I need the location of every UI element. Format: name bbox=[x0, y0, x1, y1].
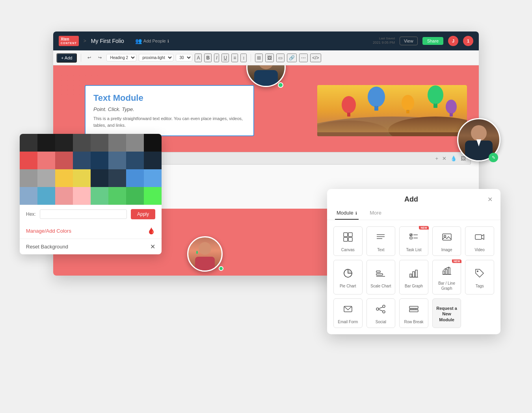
swatch-7[interactable] bbox=[126, 134, 144, 152]
svg-rect-22 bbox=[348, 237, 352, 241]
size-select[interactable]: 30 bbox=[176, 54, 192, 61]
add-button[interactable]: + Add bbox=[56, 53, 77, 63]
swatch-24[interactable] bbox=[144, 169, 162, 187]
swatch-28[interactable] bbox=[73, 187, 91, 205]
video-button[interactable]: ▭ bbox=[276, 54, 285, 62]
swatch-17[interactable] bbox=[20, 169, 37, 187]
add-people-button[interactable]: 👥 Add People ℹ bbox=[135, 38, 169, 44]
module-tags[interactable]: Tags bbox=[465, 260, 494, 294]
bar-line-graph-label: Bar / LineGraph bbox=[438, 281, 455, 291]
share-button[interactable]: Share bbox=[422, 37, 443, 45]
swatch-29[interactable] bbox=[91, 187, 108, 205]
tab-module[interactable]: Module ℹ bbox=[335, 207, 359, 220]
reset-row[interactable]: Reset Background ✕ bbox=[20, 239, 162, 254]
module-scale-chart[interactable]: Scale Chart bbox=[366, 260, 396, 294]
link-button[interactable]: 🔗 bbox=[287, 54, 297, 62]
more-button[interactable]: ⋯ bbox=[299, 54, 308, 62]
manage-colors-label: Manage/Add Colors bbox=[26, 228, 144, 234]
swatch-1[interactable] bbox=[20, 134, 37, 152]
align-button[interactable]: ≡ bbox=[231, 54, 238, 62]
svg-point-6 bbox=[368, 87, 385, 107]
swatch-2[interactable] bbox=[37, 134, 55, 152]
swatch-31[interactable] bbox=[126, 187, 144, 205]
svg-line-50 bbox=[379, 307, 383, 309]
swatch-25[interactable] bbox=[20, 187, 37, 205]
video-label: Video bbox=[474, 247, 484, 252]
module-task-list[interactable]: NEW Task List bbox=[399, 226, 428, 256]
swatch-4[interactable] bbox=[73, 134, 91, 152]
image-button[interactable]: 🖼 bbox=[265, 54, 274, 62]
hex-input[interactable] bbox=[40, 209, 127, 219]
undo-button[interactable]: ↩ bbox=[85, 54, 93, 61]
section-bar-droplet[interactable]: 💧 bbox=[450, 156, 457, 161]
swatch-26[interactable] bbox=[37, 187, 55, 205]
italic-button[interactable]: I bbox=[214, 54, 219, 62]
swatch-20[interactable] bbox=[73, 169, 91, 187]
module-social[interactable]: Social bbox=[366, 298, 396, 328]
module-bar-line-graph[interactable]: NEW Bar / LineGraph bbox=[432, 260, 461, 294]
social-icon bbox=[375, 304, 386, 317]
module-bar-graph[interactable]: Bar Graph bbox=[399, 260, 428, 294]
swatch-18[interactable] bbox=[37, 169, 55, 187]
view-button[interactable]: View bbox=[400, 37, 418, 45]
module-row-break[interactable]: Row Break bbox=[399, 298, 428, 328]
swatch-9[interactable] bbox=[20, 152, 37, 169]
swatch-14[interactable] bbox=[108, 152, 126, 169]
manage-colors-row[interactable]: Manage/Add Colors 🩸 bbox=[20, 223, 162, 239]
swatch-11[interactable] bbox=[55, 152, 73, 169]
text-color-button[interactable]: A bbox=[195, 54, 202, 62]
swatch-22[interactable] bbox=[108, 169, 126, 187]
swatch-19[interactable] bbox=[55, 169, 73, 187]
tab-more[interactable]: More bbox=[368, 207, 383, 220]
module-pie-chart[interactable]: Pie Chart bbox=[333, 260, 363, 294]
swatch-15[interactable] bbox=[126, 152, 144, 169]
new-badge-task: NEW bbox=[419, 226, 428, 230]
svg-point-48 bbox=[383, 305, 385, 307]
scale-chart-icon bbox=[375, 268, 386, 281]
swatch-10[interactable] bbox=[37, 152, 55, 169]
swatch-30[interactable] bbox=[108, 187, 126, 205]
module-video[interactable]: Video bbox=[465, 226, 494, 256]
line-height-button[interactable]: ↕ bbox=[240, 54, 247, 62]
text-module-card: Text Module Point. Click. Type. This is … bbox=[85, 85, 254, 136]
panel-close-button[interactable]: ✕ bbox=[487, 196, 493, 203]
swatch-23[interactable] bbox=[126, 169, 144, 187]
swatch-3[interactable] bbox=[55, 134, 73, 152]
color-picker-panel: Hex: Apply Manage/Add Colors 🩸 Reset Bac… bbox=[20, 134, 162, 254]
apply-button[interactable]: Apply bbox=[131, 209, 155, 219]
swatch-13[interactable] bbox=[91, 152, 108, 169]
module-request[interactable]: Request aNew Module bbox=[432, 298, 461, 328]
panel-title: Add bbox=[335, 195, 487, 204]
pencil-badge: ✎ bbox=[489, 153, 498, 162]
bold-button[interactable]: B bbox=[204, 54, 212, 62]
svg-rect-0 bbox=[317, 85, 467, 136]
underline-button[interactable]: U bbox=[221, 54, 229, 62]
heading-select[interactable]: Heading 2 bbox=[106, 54, 136, 61]
redo-button[interactable]: ↪ bbox=[96, 54, 104, 61]
table-button[interactable]: ⊞ bbox=[255, 54, 263, 62]
add-module-panel: Add ✕ Module ℹ More Canvas bbox=[327, 189, 500, 334]
svg-rect-42 bbox=[446, 269, 447, 274]
notification-dot[interactable]: 1 bbox=[463, 36, 473, 46]
swatch-27[interactable] bbox=[55, 187, 73, 205]
font-select[interactable]: proxima-light bbox=[139, 54, 173, 61]
code-button[interactable]: </> bbox=[310, 54, 321, 62]
section-bar-cross[interactable]: ✕ bbox=[442, 156, 446, 161]
swatch-21[interactable] bbox=[91, 169, 108, 187]
module-canvas[interactable]: Canvas bbox=[333, 226, 363, 256]
swatch-5[interactable] bbox=[91, 134, 108, 152]
module-image[interactable]: Image bbox=[432, 226, 461, 256]
canvas-icon bbox=[342, 232, 353, 245]
swatch-6[interactable] bbox=[108, 134, 126, 152]
module-text[interactable]: Text bbox=[366, 226, 396, 256]
text-module-title: Text Module bbox=[93, 93, 246, 103]
svg-rect-39 bbox=[415, 270, 417, 277]
swatch-32[interactable] bbox=[144, 187, 162, 205]
swatch-12[interactable] bbox=[73, 152, 91, 169]
user-avatar[interactable]: J bbox=[448, 36, 458, 46]
section-bar-plus[interactable]: + bbox=[435, 156, 438, 161]
swatch-8[interactable] bbox=[144, 134, 162, 152]
panel-tabs: Module ℹ More bbox=[327, 207, 500, 220]
swatch-16[interactable] bbox=[144, 152, 162, 169]
module-email-form[interactable]: Email Form bbox=[333, 298, 363, 328]
